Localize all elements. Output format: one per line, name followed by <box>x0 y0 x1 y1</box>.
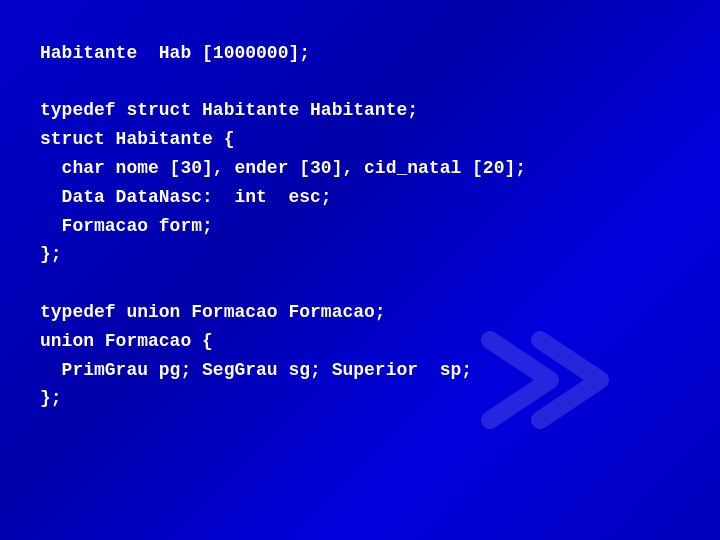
code-line-line10: typedef union Formacao Formacao; <box>40 298 526 327</box>
code-line-line3: typedef struct Habitante Habitante; <box>40 96 526 125</box>
code-line-line5: char nome [30], ender [30], cid_natal [2… <box>40 154 526 183</box>
code-line-line8: }; <box>40 240 526 269</box>
code-empty-line <box>40 68 526 97</box>
code-line-line12: PrimGrau pg; SegGrau sg; Superior sp; <box>40 356 526 385</box>
code-line-line13: }; <box>40 384 526 413</box>
code-container: Habitante Hab [1000000];typedef struct H… <box>40 10 526 413</box>
code-line-line11: union Formacao { <box>40 327 526 356</box>
code-line-line7: Formacao form; <box>40 212 526 241</box>
code-line-line4: struct Habitante { <box>40 125 526 154</box>
code-empty-line <box>40 269 526 298</box>
code-line-line6: Data DataNasc: int esc; <box>40 183 526 212</box>
code-line-line1: Habitante Hab [1000000]; <box>40 39 526 68</box>
